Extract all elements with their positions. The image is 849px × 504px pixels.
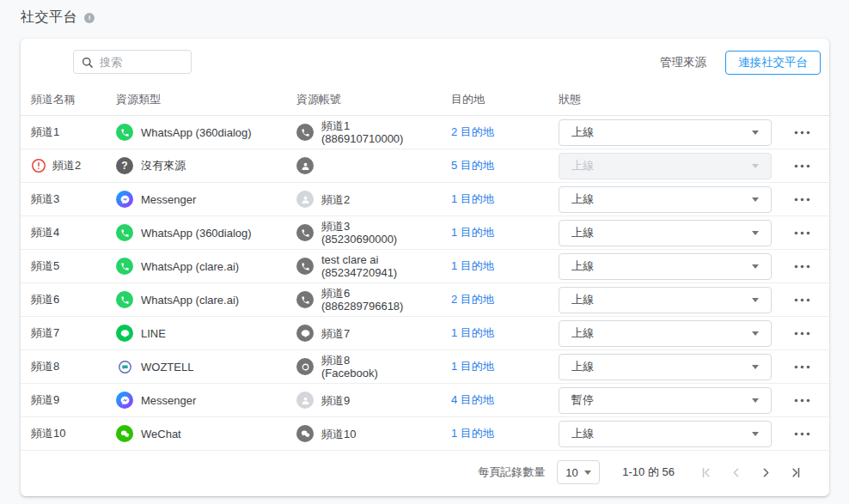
search-box[interactable] <box>73 50 192 74</box>
status-value: 上線 <box>571 359 594 374</box>
more-actions-button[interactable] <box>791 127 814 138</box>
channel-name: 頻道3 <box>31 191 59 207</box>
header-resource-type: 資源類型 <box>116 92 296 107</box>
resource-account: 頻道2 <box>321 193 350 206</box>
resource-type-label: LINE <box>141 327 166 340</box>
table-body: 頻道1 WhatsApp (360dialog) 頻道1 (8869107100… <box>21 116 829 451</box>
per-page-value: 10 <box>565 466 577 479</box>
destination-link[interactable]: 5 目的地 <box>451 158 494 173</box>
more-actions-button[interactable] <box>791 261 814 272</box>
destination-link[interactable]: 1 目的地 <box>451 225 494 240</box>
more-actions-button[interactable] <box>791 395 814 406</box>
person-dark-icon <box>296 157 314 174</box>
table-row-6: 頻道6 WhatsApp (clare.ai) 頻道6 (88628979661… <box>21 283 829 317</box>
resource-account-name: 頻道6 <box>321 287 403 300</box>
manage-sources-button[interactable]: 管理來源 <box>653 50 713 76</box>
more-actions-button[interactable] <box>791 328 814 339</box>
status-select[interactable]: 上線 <box>559 186 772 213</box>
destination-link[interactable]: 4 目的地 <box>451 392 494 408</box>
resource-account-name: test clare ai <box>321 253 397 266</box>
status-value: 上線 <box>571 225 594 240</box>
status-select[interactable]: 上線 <box>559 220 772 246</box>
status-select: 上線 <box>559 153 772 179</box>
more-actions-button[interactable] <box>791 295 814 306</box>
whatsapp-icon <box>116 224 133 241</box>
resource-account: 頻道3 (85230690000) <box>321 220 397 246</box>
header-channel-name: 頻道名稱 <box>31 92 116 107</box>
info-icon: i <box>84 13 95 23</box>
wechat-gray-icon <box>296 425 314 442</box>
messenger-icon <box>116 191 133 208</box>
wechat-icon <box>116 425 133 442</box>
chevron-down-icon <box>752 398 759 403</box>
resource-type-label: WhatsApp (360dialog) <box>141 227 252 240</box>
resource-type-label: Messenger <box>141 394 196 407</box>
whatsapp-icon <box>116 124 133 141</box>
whatsapp-gray-icon <box>296 291 314 308</box>
status-select[interactable]: 上線 <box>559 119 772 146</box>
status-select[interactable]: 上線 <box>559 320 772 347</box>
resource-type-label: WhatsApp (360dialog) <box>141 126 252 139</box>
resource-account-sub: (85230690000) <box>321 233 397 246</box>
whatsapp-gray-icon <box>296 224 314 241</box>
avatar-light-icon <box>296 392 314 409</box>
more-actions-button[interactable] <box>791 428 814 440</box>
status-select[interactable]: 暫停 <box>559 387 772 414</box>
table-row-7: 頻道7 LINE 頻道7 1 目的地 上線 <box>21 317 829 350</box>
destination-link[interactable]: 1 目的地 <box>451 359 494 374</box>
resource-account-sub: (Facebook) <box>321 367 378 380</box>
channel-name: 頻道5 <box>31 258 59 274</box>
header-status: 狀態 <box>559 92 775 107</box>
resource-account: 頻道6 (886289796618) <box>321 287 403 313</box>
resource-account-name: 頻道1 <box>321 119 403 132</box>
resource-account: test clare ai (85234720941) <box>321 253 397 279</box>
pagination-bar: 每頁記錄數量 10 1-10 的 56 <box>21 451 829 494</box>
woztell-icon <box>116 358 133 375</box>
channel-name: 頻道10 <box>31 426 65 441</box>
next-page-button[interactable] <box>757 464 775 482</box>
woztell-gray-icon <box>296 358 314 375</box>
table-row-8: 頻道8 WOZTELL 頻道8 (Facebook) 1 目的地 上線 <box>21 350 829 384</box>
header-resource-account: 資源帳號 <box>296 92 451 107</box>
channels-card: 管理來源 連接社交平台 頻道名稱 資源類型 資源帳號 目的地 狀態 頻道1 Wh… <box>21 39 829 496</box>
status-select[interactable]: 上線 <box>559 287 772 313</box>
chevron-down-icon <box>752 197 759 202</box>
chevron-down-icon <box>752 432 759 436</box>
destination-link[interactable]: 1 目的地 <box>451 258 494 274</box>
table-row-2: 頻道2 ? 沒有來源 5 目的地 上線 <box>21 149 829 183</box>
per-page-select[interactable]: 10 <box>557 460 600 484</box>
toolbar: 管理來源 連接社交平台 <box>21 39 829 84</box>
status-select[interactable]: 上線 <box>559 253 772 280</box>
status-value: 上線 <box>571 325 594 341</box>
channel-name: 頻道2 <box>52 158 81 173</box>
chevron-down-icon <box>752 131 759 135</box>
page-header: 社交平台 i <box>21 9 95 27</box>
resource-type-label: Messenger <box>141 193 196 206</box>
more-actions-button[interactable] <box>791 361 814 373</box>
resource-type-label: WhatsApp (clare.ai) <box>141 294 239 307</box>
channel-name: 頻道7 <box>31 325 59 341</box>
search-input[interactable] <box>100 56 184 69</box>
avatar-light-icon <box>296 191 314 208</box>
destination-link[interactable]: 2 目的地 <box>451 124 494 140</box>
resource-account-name: 頻道7 <box>321 327 350 340</box>
destination-link[interactable]: 1 目的地 <box>451 325 494 341</box>
destination-link[interactable]: 1 目的地 <box>451 191 494 207</box>
more-actions-button[interactable] <box>791 161 814 172</box>
chevron-down-icon <box>752 264 759 269</box>
channel-name: 頻道6 <box>31 292 59 307</box>
last-page-button[interactable] <box>787 464 805 482</box>
search-icon <box>81 56 94 69</box>
resource-account: 頻道9 <box>321 394 350 407</box>
destination-link[interactable]: 2 目的地 <box>451 292 494 307</box>
resource-type-label: WeChat <box>141 428 181 440</box>
more-actions-button[interactable] <box>791 228 814 239</box>
resource-account-sub: (85234720941) <box>321 266 397 279</box>
header-destination: 目的地 <box>451 92 559 107</box>
pager <box>697 464 805 482</box>
status-select[interactable]: 上線 <box>559 354 772 380</box>
destination-link[interactable]: 1 目的地 <box>451 426 494 441</box>
more-actions-button[interactable] <box>791 194 814 205</box>
connect-platform-button[interactable]: 連接社交平台 <box>725 51 821 75</box>
status-select[interactable]: 上線 <box>559 421 772 447</box>
